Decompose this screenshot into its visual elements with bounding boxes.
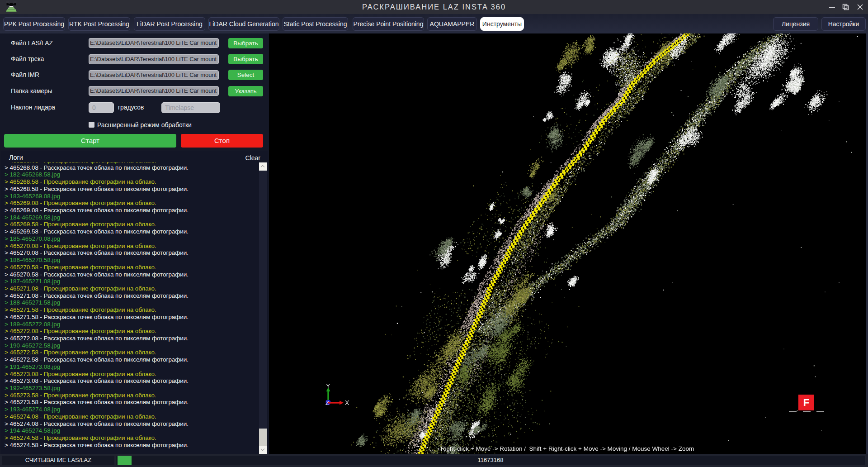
svg-text:X: X: [345, 399, 349, 406]
